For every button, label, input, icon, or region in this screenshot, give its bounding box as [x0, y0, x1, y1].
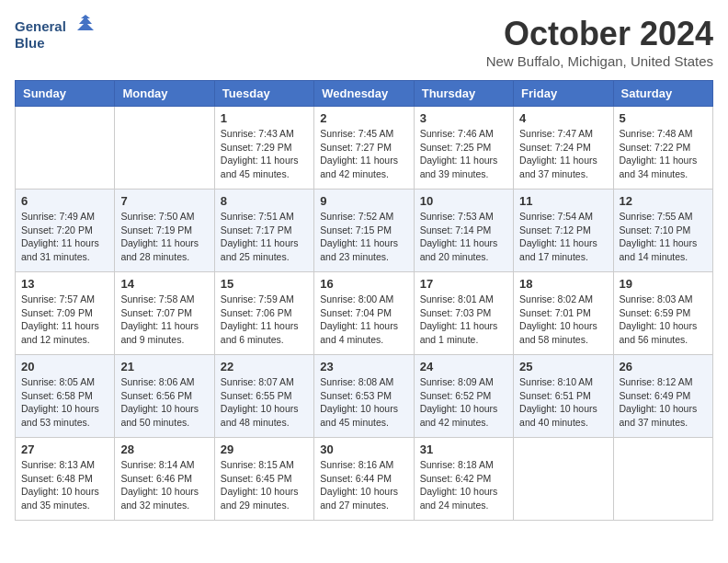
- day-cell: [514, 438, 613, 521]
- week-row-1: 1Sunrise: 7:43 AMSunset: 7:29 PMDaylight…: [16, 107, 713, 190]
- day-number: 30: [320, 442, 407, 456]
- day-info: Sunrise: 7:58 AMSunset: 7:07 PMDaylight:…: [120, 293, 208, 347]
- day-cell: 28Sunrise: 8:14 AMSunset: 6:46 PMDayligh…: [115, 438, 214, 521]
- day-cell: 13Sunrise: 7:57 AMSunset: 7:09 PMDayligh…: [16, 272, 115, 355]
- day-info: Sunrise: 8:07 AMSunset: 6:55 PMDaylight:…: [221, 375, 308, 430]
- day-info: Sunrise: 7:51 AMSunset: 7:17 PMDaylight:…: [221, 210, 308, 264]
- day-info: Sunrise: 8:14 AMSunset: 6:46 PMDaylight:…: [120, 458, 208, 512]
- day-info: Sunrise: 7:59 AMSunset: 7:06 PMDaylight:…: [221, 293, 308, 347]
- day-cell: 3Sunrise: 7:46 AMSunset: 7:25 PMDaylight…: [414, 107, 513, 190]
- day-cell: 22Sunrise: 8:07 AMSunset: 6:55 PMDayligh…: [214, 355, 313, 438]
- day-number: 22: [221, 360, 308, 373]
- day-info: Sunrise: 8:06 AMSunset: 6:56 PMDaylight:…: [120, 375, 208, 430]
- day-info: Sunrise: 7:54 AMSunset: 7:12 PMDaylight:…: [519, 210, 607, 264]
- day-info: Sunrise: 8:03 AMSunset: 6:59 PMDaylight:…: [620, 293, 707, 347]
- day-cell: [613, 438, 712, 521]
- week-row-2: 6Sunrise: 7:49 AMSunset: 7:20 PMDaylight…: [16, 190, 713, 272]
- weekday-header-monday: Monday: [115, 81, 214, 107]
- day-number: 31: [420, 442, 507, 456]
- day-info: Sunrise: 8:09 AMSunset: 6:52 PMDaylight:…: [420, 375, 507, 430]
- day-number: 10: [420, 194, 507, 208]
- day-cell: 17Sunrise: 8:01 AMSunset: 7:03 PMDayligh…: [414, 272, 513, 355]
- day-number: 25: [519, 360, 607, 373]
- week-row-3: 13Sunrise: 7:57 AMSunset: 7:09 PMDayligh…: [16, 272, 713, 355]
- day-info: Sunrise: 8:18 AMSunset: 6:42 PMDaylight:…: [420, 458, 507, 512]
- day-number: 9: [320, 194, 407, 208]
- day-cell: 26Sunrise: 8:12 AMSunset: 6:49 PMDayligh…: [613, 355, 712, 438]
- day-number: 4: [519, 111, 607, 125]
- day-info: Sunrise: 7:50 AMSunset: 7:19 PMDaylight:…: [120, 210, 208, 264]
- day-number: 7: [120, 194, 208, 208]
- calendar-title: October 2024: [486, 15, 713, 53]
- day-info: Sunrise: 8:16 AMSunset: 6:44 PMDaylight:…: [320, 458, 407, 512]
- svg-text:Blue: Blue: [15, 35, 45, 51]
- day-cell: 16Sunrise: 8:00 AMSunset: 7:04 PMDayligh…: [314, 272, 414, 355]
- day-info: Sunrise: 7:47 AMSunset: 7:24 PMDaylight:…: [519, 127, 607, 181]
- day-cell: 25Sunrise: 8:10 AMSunset: 6:51 PMDayligh…: [514, 355, 613, 438]
- day-number: 26: [620, 360, 707, 373]
- day-number: 20: [21, 360, 108, 373]
- day-number: 5: [620, 111, 707, 125]
- day-cell: 18Sunrise: 8:02 AMSunset: 7:01 PMDayligh…: [514, 272, 613, 355]
- day-cell: 7Sunrise: 7:50 AMSunset: 7:19 PMDaylight…: [115, 190, 214, 272]
- weekday-header-sunday: Sunday: [16, 81, 115, 107]
- day-cell: 27Sunrise: 8:13 AMSunset: 6:48 PMDayligh…: [16, 438, 115, 521]
- week-row-5: 27Sunrise: 8:13 AMSunset: 6:48 PMDayligh…: [16, 438, 713, 521]
- weekday-header-wednesday: Wednesday: [314, 81, 414, 107]
- day-info: Sunrise: 7:49 AMSunset: 7:20 PMDaylight:…: [21, 210, 108, 264]
- day-number: 12: [620, 194, 707, 208]
- day-number: 6: [21, 194, 108, 208]
- day-info: Sunrise: 8:15 AMSunset: 6:45 PMDaylight:…: [221, 458, 308, 512]
- page-header: General Blue October 2024 New Buffalo, M…: [15, 15, 713, 69]
- day-info: Sunrise: 7:52 AMSunset: 7:15 PMDaylight:…: [320, 210, 407, 264]
- day-number: 11: [519, 194, 607, 208]
- day-number: 17: [420, 277, 507, 291]
- day-cell: 14Sunrise: 7:58 AMSunset: 7:07 PMDayligh…: [115, 272, 214, 355]
- day-cell: 6Sunrise: 7:49 AMSunset: 7:20 PMDaylight…: [16, 190, 115, 272]
- day-number: 2: [320, 111, 407, 125]
- day-info: Sunrise: 8:10 AMSunset: 6:51 PMDaylight:…: [519, 375, 607, 430]
- day-cell: 4Sunrise: 7:47 AMSunset: 7:24 PMDaylight…: [514, 107, 613, 190]
- day-number: 21: [120, 360, 208, 373]
- day-number: 28: [120, 442, 208, 456]
- logo: General Blue: [15, 15, 97, 56]
- day-cell: 12Sunrise: 7:55 AMSunset: 7:10 PMDayligh…: [613, 190, 712, 272]
- day-info: Sunrise: 7:46 AMSunset: 7:25 PMDaylight:…: [420, 127, 507, 181]
- day-cell: 2Sunrise: 7:45 AMSunset: 7:27 PMDaylight…: [314, 107, 414, 190]
- day-info: Sunrise: 7:57 AMSunset: 7:09 PMDaylight:…: [21, 293, 108, 347]
- day-cell: 5Sunrise: 7:48 AMSunset: 7:22 PMDaylight…: [613, 107, 712, 190]
- day-cell: 21Sunrise: 8:06 AMSunset: 6:56 PMDayligh…: [115, 355, 214, 438]
- day-cell: 10Sunrise: 7:53 AMSunset: 7:14 PMDayligh…: [414, 190, 513, 272]
- day-cell: [115, 107, 214, 190]
- day-cell: 31Sunrise: 8:18 AMSunset: 6:42 PMDayligh…: [414, 438, 513, 521]
- day-number: 13: [21, 277, 108, 291]
- day-cell: 1Sunrise: 7:43 AMSunset: 7:29 PMDaylight…: [214, 107, 313, 190]
- day-number: 29: [221, 442, 308, 456]
- day-number: 24: [420, 360, 507, 373]
- day-info: Sunrise: 7:48 AMSunset: 7:22 PMDaylight:…: [620, 127, 707, 181]
- day-info: Sunrise: 7:53 AMSunset: 7:14 PMDaylight:…: [420, 210, 507, 264]
- day-number: 16: [320, 277, 407, 291]
- day-info: Sunrise: 8:05 AMSunset: 6:58 PMDaylight:…: [21, 375, 108, 430]
- weekday-header-friday: Friday: [514, 81, 613, 107]
- day-cell: [16, 107, 115, 190]
- day-cell: 30Sunrise: 8:16 AMSunset: 6:44 PMDayligh…: [314, 438, 414, 521]
- day-info: Sunrise: 8:12 AMSunset: 6:49 PMDaylight:…: [620, 375, 707, 430]
- day-cell: 9Sunrise: 7:52 AMSunset: 7:15 PMDaylight…: [314, 190, 414, 272]
- day-number: 19: [620, 277, 707, 291]
- title-block: October 2024 New Buffalo, Michigan, Unit…: [486, 15, 713, 69]
- day-cell: 8Sunrise: 7:51 AMSunset: 7:17 PMDaylight…: [214, 190, 313, 272]
- day-info: Sunrise: 8:13 AMSunset: 6:48 PMDaylight:…: [21, 458, 108, 512]
- day-cell: 29Sunrise: 8:15 AMSunset: 6:45 PMDayligh…: [214, 438, 313, 521]
- day-cell: 24Sunrise: 8:09 AMSunset: 6:52 PMDayligh…: [414, 355, 513, 438]
- day-info: Sunrise: 7:43 AMSunset: 7:29 PMDaylight:…: [221, 127, 308, 181]
- day-number: 27: [21, 442, 108, 456]
- day-cell: 20Sunrise: 8:05 AMSunset: 6:58 PMDayligh…: [16, 355, 115, 438]
- day-number: 14: [120, 277, 208, 291]
- day-info: Sunrise: 8:08 AMSunset: 6:53 PMDaylight:…: [320, 375, 407, 430]
- weekday-header-saturday: Saturday: [613, 81, 712, 107]
- day-cell: 19Sunrise: 8:03 AMSunset: 6:59 PMDayligh…: [613, 272, 712, 355]
- week-row-4: 20Sunrise: 8:05 AMSunset: 6:58 PMDayligh…: [16, 355, 713, 438]
- day-number: 18: [519, 277, 607, 291]
- day-number: 23: [320, 360, 407, 373]
